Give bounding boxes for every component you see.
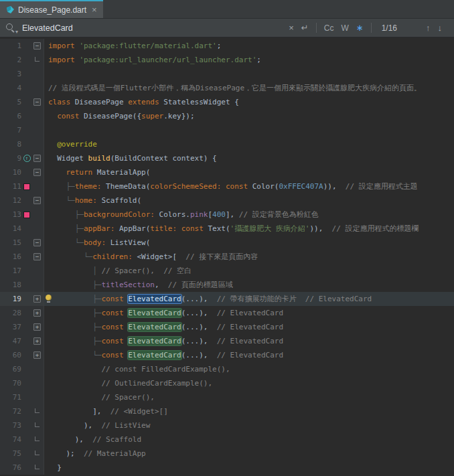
gutter[interactable]: 10 xyxy=(0,165,44,179)
code-text[interactable]: ├─theme: ThemeData(colorSchemeSeed: cons… xyxy=(44,179,454,193)
code-text[interactable]: ], // <Widget>[] xyxy=(44,404,454,418)
clear-search-icon[interactable]: × xyxy=(289,23,294,32)
code-text[interactable]: ), // ListView xyxy=(44,418,454,432)
close-tab-icon[interactable]: × xyxy=(92,5,97,15)
fold-end-icon[interactable] xyxy=(35,465,40,469)
code-text[interactable]: ), // Scaffold xyxy=(44,432,454,447)
fold-closed-icon[interactable] xyxy=(33,337,41,345)
gutter[interactable]: 16 xyxy=(0,250,44,264)
code-text[interactable] xyxy=(44,123,454,137)
search-input[interactable] xyxy=(22,23,250,33)
editor[interactable]: 1import 'package:flutter/material.dart';… xyxy=(0,37,454,476)
gutter[interactable]: 74 xyxy=(0,432,44,447)
fold-open-icon[interactable] xyxy=(33,197,41,204)
code-text[interactable]: ); // MaterialApp xyxy=(44,447,454,461)
search-icon[interactable] xyxy=(5,23,18,33)
code-text[interactable]: │ // Spacer(), // 空白 xyxy=(44,264,454,278)
gutter[interactable]: 8 xyxy=(0,137,44,151)
gutter[interactable]: 4 xyxy=(0,81,44,95)
line-number: 10 xyxy=(0,165,21,179)
gutter[interactable]: 70 xyxy=(0,376,44,390)
code-text[interactable]: // const FilledCardExample(), xyxy=(44,362,454,376)
code-text[interactable]: ├─appBar: AppBar(title: const Text('攝護腺肥… xyxy=(44,222,454,236)
code-text[interactable]: ├─const ElevatedCard(...), // 帶有擴展功能的卡片 … xyxy=(44,292,454,306)
code-text[interactable]: import 'package:url_launcher/url_launche… xyxy=(44,53,454,67)
next-match-button[interactable]: ↓ xyxy=(438,23,443,32)
code-text[interactable]: └─children: <Widget>[ // 接下來是頁面內容 xyxy=(44,250,454,264)
fold-closed-icon[interactable] xyxy=(33,351,41,359)
code-text[interactable]: ├─const ElevatedCard(...), // ElevatedCa… xyxy=(44,320,454,334)
fold-end-icon[interactable] xyxy=(35,451,40,455)
fold-closed-icon[interactable] xyxy=(33,295,41,303)
color-swatch[interactable] xyxy=(24,212,29,218)
code-text[interactable]: return MaterialApp( xyxy=(44,165,454,179)
match-case-toggle[interactable]: Cc xyxy=(324,24,334,32)
code-text[interactable]: └─body: ListView( xyxy=(44,236,454,250)
code-text[interactable]: ├─const ElevatedCard(...), // ElevatedCa… xyxy=(44,334,454,348)
gutter[interactable]: 28 xyxy=(0,306,44,320)
gutter[interactable]: 6 xyxy=(0,109,44,123)
previous-match-button[interactable]: ↑ xyxy=(426,23,431,32)
gutter[interactable]: 76 xyxy=(0,461,44,475)
gutter[interactable]: 17 xyxy=(0,264,44,278)
code-text[interactable]: import 'package:flutter/material.dart'; xyxy=(44,39,454,53)
fold-cell xyxy=(32,169,42,176)
gutter[interactable]: 47 xyxy=(0,334,44,348)
code-text[interactable]: // 這段程式碼是一個Flutter小部件，稱為DiseasePage，它是一個… xyxy=(44,81,454,95)
newline-icon[interactable]: ↵ xyxy=(301,23,309,32)
fold-open-icon[interactable] xyxy=(33,169,41,176)
gutter[interactable]: 13 xyxy=(0,208,44,222)
line-number: 14 xyxy=(0,222,21,236)
tab-disease-page[interactable]: Disease_Page.dart × xyxy=(0,0,103,18)
code-text[interactable]: class DiseasePage extends StatelessWidge… xyxy=(44,95,454,109)
code-text[interactable]: ├─titleSection, // 頁面的標題區域 xyxy=(44,278,454,292)
fold-closed-icon[interactable] xyxy=(33,323,41,331)
gutter[interactable]: 69 xyxy=(0,362,44,376)
fold-end-icon[interactable] xyxy=(35,422,40,427)
code-text[interactable]: ├─const ElevatedCard(...), // ElevatedCa… xyxy=(44,306,454,320)
fold-closed-icon[interactable] xyxy=(33,309,41,317)
gutter[interactable]: 75 xyxy=(0,447,44,461)
regex-toggle-icon[interactable]: ∗ xyxy=(356,23,364,32)
fold-end-icon[interactable] xyxy=(35,437,40,441)
code-text[interactable]: // Spacer(), xyxy=(44,390,454,404)
code-text[interactable]: // OutlinedCardExample(), xyxy=(44,376,454,390)
search-history-caret-icon[interactable] xyxy=(15,29,18,35)
code-text[interactable]: } xyxy=(44,461,454,475)
code-text[interactable]: ├─backgroundColor: Colors.pink[400], // … xyxy=(44,208,454,222)
gutter[interactable]: 18 xyxy=(0,278,44,292)
gutter[interactable]: 60 xyxy=(0,348,44,362)
gutter[interactable]: 5 xyxy=(0,95,44,109)
fold-end-icon[interactable] xyxy=(35,408,40,413)
color-swatch[interactable] xyxy=(24,184,29,189)
fold-open-icon[interactable] xyxy=(33,239,41,246)
gutter[interactable]: 11 xyxy=(0,179,44,193)
gutter[interactable]: 1 xyxy=(0,39,44,53)
code-text[interactable]: Widget build(BuildContext context) { xyxy=(44,151,454,165)
gutter[interactable]: 12 xyxy=(0,193,44,208)
code-text[interactable]: └─home: Scaffold( xyxy=(44,193,454,208)
gutter[interactable]: 19 xyxy=(0,292,44,306)
gutter[interactable]: 71 xyxy=(0,390,44,404)
gutter[interactable]: 9 xyxy=(0,151,44,165)
gutter[interactable]: 72 xyxy=(0,404,44,418)
whole-words-toggle[interactable]: W xyxy=(341,24,348,32)
code-text[interactable]: └─const ElevatedCard(...), // ElevatedCa… xyxy=(44,348,454,362)
intention-bulb-icon[interactable] xyxy=(46,295,53,303)
code-text[interactable] xyxy=(44,67,454,81)
code-text[interactable]: const DiseasePage({super.key}); xyxy=(44,109,454,123)
gutter[interactable]: 14 xyxy=(0,222,44,236)
fold-end-icon[interactable] xyxy=(35,57,40,62)
gutter[interactable]: 37 xyxy=(0,320,44,334)
code-text[interactable]: @override xyxy=(44,137,454,151)
fold-open-icon[interactable] xyxy=(33,155,41,162)
override-method-icon[interactable] xyxy=(23,155,31,162)
gutter[interactable]: 15 xyxy=(0,236,44,250)
gutter[interactable]: 2 xyxy=(0,53,44,67)
fold-open-icon[interactable] xyxy=(33,42,41,50)
gutter[interactable]: 7 xyxy=(0,123,44,137)
fold-open-icon[interactable] xyxy=(33,98,41,106)
gutter[interactable]: 73 xyxy=(0,418,44,432)
gutter[interactable]: 3 xyxy=(0,67,44,81)
fold-open-icon[interactable] xyxy=(33,253,41,260)
